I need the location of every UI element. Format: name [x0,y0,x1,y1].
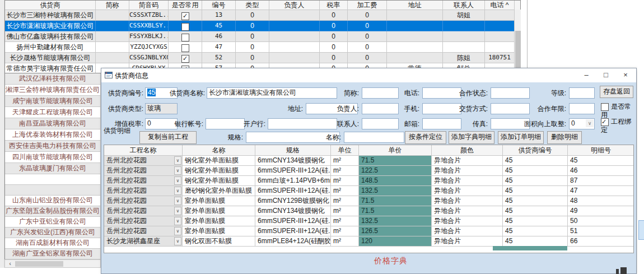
chevron-down-icon[interactable]: ∨ [174,177,181,185]
common-checkbox[interactable]: 是否常用 [601,103,636,119]
dialog-titlebar[interactable]: 供货商信息 – □ × [101,68,636,82]
chevron-down-icon[interactable]: ∨ [174,166,181,175]
cell-unit[interactable]: m² [331,186,359,196]
cell-name[interactable]: 室外单面贴膜 [183,206,255,216]
table-cell-name[interactable]: 长沙晟格节能玻璃有限公司 [5,53,96,63]
table-cell-fee[interactable]: 0 [348,53,387,63]
supplier-table-horizontal-scrollbar[interactable]: ‹ [4,259,101,268]
chevron-down-icon[interactable]: ∨ [174,237,181,245]
cell-project[interactable]: 岳州北控花园∨ [104,156,183,166]
supplier-row[interactable]: 广东兴发铝业(江西)有限公司 [5,227,100,238]
table-cell-fee[interactable]: 0 [348,10,387,21]
cell-name[interactable]: 钢化室外单面贴膜 [183,166,255,176]
table-cell-type[interactable]: 0 [236,10,269,21]
cell-spec[interactable]: 6mmCNY134镀膜钢化 [255,206,331,216]
table-cell-phone[interactable] [485,42,515,53]
table-cell-common[interactable] [169,42,202,53]
column-header-code[interactable]: 简音码 [129,1,169,10]
cell-color[interactable]: 异地合片 [432,216,503,226]
table-cell-tax[interactable]: 0 [320,21,348,31]
column-header-tax[interactable]: 税率 [320,1,348,10]
chevron-down-icon[interactable]: ∨ [586,119,594,127]
supplier-row[interactable]: 武汉亿泽科技有限公司 [5,73,100,85]
table-cell-type[interactable]: 0 [236,53,269,63]
table-cell-common[interactable]: ✓ [169,10,202,21]
supplier-row[interactable]: 东晶玻璃厦门有限公司 [5,163,100,174]
cell-unit[interactable]: m² [331,206,359,216]
chevron-down-icon[interactable]: ∨ [174,227,181,235]
table-cell-name[interactable]: 长沙市三湘特种玻璃有限公司 [5,10,96,21]
common-use-checkbox[interactable]: ✓ [181,12,189,20]
grid-row[interactable]: 岳州北控花园∨室外单面贴膜6mmCNY129B镀膜钢化m²71.5异地合片454… [104,196,633,206]
table-cell-tax[interactable]: 0 [320,42,348,53]
cell-supplier-no[interactable]: 45 [503,176,568,186]
grid-column-header[interactable]: 工程名称 [104,145,183,156]
cell-spec[interactable]: 6mmCNY129B镀膜钢化 [255,196,331,206]
empty-row[interactable] [5,185,100,196]
cell-project[interactable]: 岳州北控花园∨ [104,226,183,236]
cell-color[interactable]: 异地合片 [432,236,503,247]
cell-name[interactable]: 钢化室外单面贴膜 [183,176,255,186]
cell-project[interactable]: 岳州北控花园∨ [104,196,183,206]
table-cell-owner[interactable] [269,53,320,63]
cell-price[interactable]: 122.5 [359,166,432,176]
save-return-button[interactable]: 存盘返回 [600,86,633,98]
common-use-checkbox[interactable] [181,23,189,31]
supplier-row[interactable]: 长沙晟格节能玻璃有限公司CSSGJNBLYXGS✓52000陈姐180751 [5,53,520,63]
supplier-row[interactable]: 广东坚朗五金制品股份有限公司 [5,206,100,217]
cell-spec[interactable]: 6mmPLE84+12A(硅酮胶... [255,236,331,247]
common-use-checkbox[interactable] [181,34,189,41]
table-cell-contact[interactable] [443,21,485,31]
chevron-down-icon[interactable]: ∨ [174,217,181,225]
add-dictionary-detail-button[interactable]: 添加字典明细 [449,131,494,144]
cell-project[interactable]: 长沙龙湖祺鑫星座∨ [104,236,183,247]
table-cell-no[interactable]: 46 [202,31,236,42]
name-filter-input[interactable] [344,132,404,143]
table-cell-name[interactable]: 长沙市潇湘玻璃实业有限公司 [5,21,96,31]
cell-name[interactable]: 磨砂钢化室外单面贴膜 [183,186,255,196]
cell-project[interactable]: 岳州北控花园∨ [104,176,183,186]
cell-name[interactable]: 钢化室外单面贴膜 [183,156,255,166]
table-cell-tax[interactable]: 0 [320,31,348,42]
column-header-phone[interactable]: 电话 ^ [485,1,515,10]
table-cell-name[interactable]: 扬州中勤建材有限公司 [5,42,96,53]
supplier-row[interactable]: 广东中亚铝业有限公司 [5,217,100,227]
cell-name[interactable]: 室外单面贴膜 [183,196,255,206]
scrollbar-thumb[interactable] [15,261,63,267]
cell-price[interactable]: 120 [359,236,432,247]
column-header-addr[interactable]: 地址 [387,1,443,10]
coop_years-input[interactable] [569,103,595,114]
supplier-table-vertical-scrollbar[interactable] [514,10,521,73]
supplier_type-input[interactable]: 玻璃 [145,103,178,114]
table-cell-abbr[interactable] [96,10,129,21]
table-cell-contact[interactable] [443,31,485,42]
cell-supplier-no[interactable]: 45 [503,186,568,196]
table-cell-addr[interactable] [387,31,443,42]
table-cell-tax[interactable]: 0 [320,53,348,63]
table-cell-code[interactable]: CSSSXTZBL.. [129,10,169,21]
table-cell-no[interactable]: 47 [202,42,236,53]
add-order-detail-button[interactable]: 添加订单明细 [498,131,544,144]
table-cell-fee[interactable]: 0 [348,21,387,31]
supplier-table-left-column[interactable]: 武汉亿泽科技有限公司湘潭三金特种玻璃有限责任公司咸宁南玻节能玻璃有限公司天津耀皮… [4,73,101,259]
cell-spec[interactable]: 6mmSUPER-III+12A(硅... [255,166,331,176]
cell-detail-no[interactable]: 87 [568,176,634,186]
cell-unit[interactable]: m² [331,236,359,247]
common-use-checkbox[interactable] [181,44,189,52]
cell-spec[interactable]: 6mmSUPER-III+12A(硅... [255,186,331,196]
grid-row[interactable]: 岳州北控花园∨钢化室外单面贴膜6mmCNY134镀膜钢化m²71.5异地合片45… [104,156,633,166]
cell-price[interactable]: 132.5 [359,216,432,226]
common-use-checkbox[interactable]: ✓ [181,55,189,63]
cell-name[interactable]: 室外单面贴膜 [183,226,255,236]
table-cell-owner[interactable] [269,31,320,42]
column-header-abbr[interactable]: 简称 [96,1,129,10]
supplier-row[interactable]: 湖南广亚全铝家居有限公司 [5,249,100,259]
cell-supplier-no[interactable]: 45 [503,156,568,166]
table-cell-common[interactable]: ✓ [169,53,202,63]
table-cell-owner[interactable] [269,21,320,31]
table-cell-phone[interactable]: 180751 [485,53,515,63]
checkbox-icon[interactable] [601,103,609,111]
cell-supplier-no[interactable]: 45 [503,216,568,226]
table-cell-owner[interactable] [269,10,320,21]
grid-column-header[interactable]: 明细号 [568,145,634,156]
